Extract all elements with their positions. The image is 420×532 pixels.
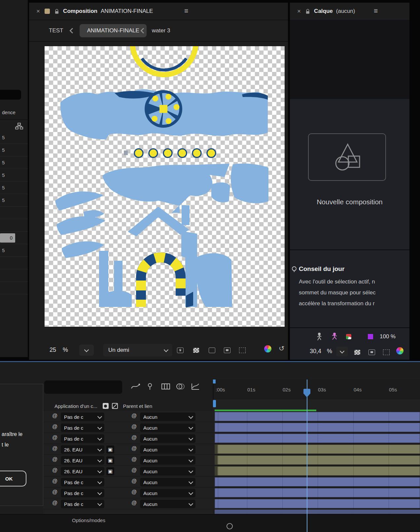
reset-exposure-icon[interactable]: ↺ [279,345,285,352]
panel-menu-icon[interactable]: ≡ [374,7,378,15]
panel-menu-icon[interactable]: ≡ [184,7,188,15]
matte-dropdown[interactable]: Pas de c [61,413,104,421]
channels-icon[interactable] [346,334,351,339]
playhead-line[interactable] [307,380,307,532]
parent-dropdown[interactable]: Aucun [140,500,195,508]
transparency-grid-icon[interactable] [190,345,202,355]
region-of-interest-icon[interactable] [221,345,233,355]
layer-duration-bar[interactable] [215,423,420,432]
puppet-person-icon[interactable] [331,333,338,341]
parent-dropdown[interactable]: Aucun [140,423,195,432]
layer-duration-bar[interactable] [215,466,420,476]
color-management-icon[interactable] [264,345,271,352]
layer-in-marker[interactable] [213,400,216,407]
parent-dropdown[interactable]: Aucun [140,467,195,476]
pickwhip-icon[interactable]: @ [52,467,57,473]
parent-pickwhip-icon[interactable]: @ [131,413,137,419]
left-row[interactable]: 5 [0,244,28,257]
ok-button[interactable]: OK [0,471,26,486]
matte-dropdown[interactable]: Pas de c [61,500,104,508]
transparency-grid-icon[interactable] [351,347,363,357]
parent-pickwhip-icon[interactable]: @ [131,424,137,430]
record-icon[interactable] [227,523,233,529]
parent-column-label[interactable]: Parent et lien [123,403,152,409]
parent-pickwhip-icon[interactable]: @ [131,446,137,451]
matte-dropdown[interactable]: Pas de c [61,434,104,443]
parent-pickwhip-icon[interactable]: @ [131,478,137,484]
matte-column-label[interactable]: Application d'un c... [54,403,97,409]
parent-dropdown[interactable]: Aucun [140,478,195,486]
puppet-pin-icon[interactable] [146,382,154,390]
time-ruler[interactable]: :00s01s02s03s04s05s [213,380,420,399]
zoom-dropdown-button[interactable] [79,345,94,356]
track-matte-icon[interactable]: ▣ [106,446,114,453]
breadcrumb-item-active[interactable]: ANIMATION-FINALE [80,24,146,37]
left-row[interactable] [0,282,28,294]
motion-sketch-icon[interactable] [131,382,140,390]
parent-dropdown[interactable]: Aucun [140,456,195,465]
pickwhip-icon[interactable]: @ [52,435,57,441]
parent-dropdown[interactable]: Aucun [140,413,195,421]
crop-region-icon[interactable] [380,347,392,357]
parent-pickwhip-icon[interactable]: @ [131,489,137,495]
frame-blend-icon[interactable] [161,382,170,390]
layer-duration-bar[interactable] [215,499,420,508]
left-row[interactable] [0,207,28,219]
layer-duration-bar[interactable] [215,510,420,514]
motion-blur-icon[interactable] [176,382,185,390]
pickwhip-icon[interactable]: @ [52,446,57,451]
lock-icon[interactable] [305,9,310,14]
track-matte-icon[interactable]: ▣ [106,456,114,464]
layer-duration-bar[interactable] [215,412,420,421]
graph-editor-icon[interactable] [191,382,200,390]
layer-duration-bar[interactable] [215,455,420,465]
layer-zoom-dropdown-button[interactable] [336,347,348,356]
left-row[interactable]: 5 [0,131,28,144]
matte-dropdown[interactable]: Pas de c [61,489,104,497]
left-row[interactable]: 0 [0,232,28,244]
left-row[interactable] [0,219,28,232]
matte-dropdown[interactable]: 26. EAU [61,467,104,476]
matte-dropdown[interactable]: 26. EAU [61,456,104,465]
new-composition-label[interactable]: Nouvelle composition [290,198,409,206]
parent-pickwhip-icon[interactable]: @ [131,456,137,462]
parent-dropdown[interactable]: Aucun [140,434,195,443]
pickwhip-icon[interactable]: @ [52,489,57,495]
left-row[interactable]: 5 [0,169,28,182]
fast-preview-icon[interactable] [174,345,186,355]
parent-pickwhip-icon[interactable]: @ [131,467,137,473]
parent-pickwhip-icon[interactable]: @ [131,500,137,506]
layer-duration-bar[interactable] [215,488,420,497]
pickwhip-icon[interactable]: @ [52,424,57,430]
left-row[interactable] [0,269,28,282]
parent-dropdown[interactable]: Aucun [140,489,195,497]
left-panel-field[interactable] [0,90,21,100]
crop-region-icon[interactable] [236,345,248,355]
close-icon[interactable]: × [297,8,301,15]
composition-tab-name[interactable]: ANIMATION-FINALE [101,8,153,15]
left-row[interactable] [0,257,28,269]
lock-icon[interactable] [54,9,59,14]
flowchart-icon[interactable] [15,123,23,129]
pickwhip-icon[interactable]: @ [52,413,57,419]
layer-duration-bar[interactable] [215,445,420,454]
timeline-search-field[interactable] [44,381,122,394]
preserve-transparency-icon[interactable] [112,403,118,409]
work-area-in-marker[interactable] [213,380,216,383]
breadcrumb-item-water3[interactable]: water 3 [152,27,170,34]
left-row[interactable]: 5 [0,194,28,207]
left-row[interactable]: 5 [0,144,28,156]
parent-pickwhip-icon[interactable]: @ [131,435,137,441]
matte-dropdown[interactable]: Pas de c [61,423,104,432]
color-swatch-icon[interactable] [368,334,373,339]
preview-zoom-value[interactable]: 100 % [380,333,396,340]
layer-duration-bar[interactable] [215,434,420,443]
pickwhip-icon[interactable]: @ [52,500,57,506]
close-icon[interactable]: × [36,8,40,15]
layer-duration-bar[interactable] [215,477,420,486]
transfer-modes-icon[interactable] [103,403,109,409]
composition-viewport[interactable] [45,46,285,327]
resolution-dropdown[interactable]: Un demi [103,344,172,356]
region-of-interest-icon[interactable] [366,347,378,357]
mask-visibility-icon[interactable] [206,345,218,355]
